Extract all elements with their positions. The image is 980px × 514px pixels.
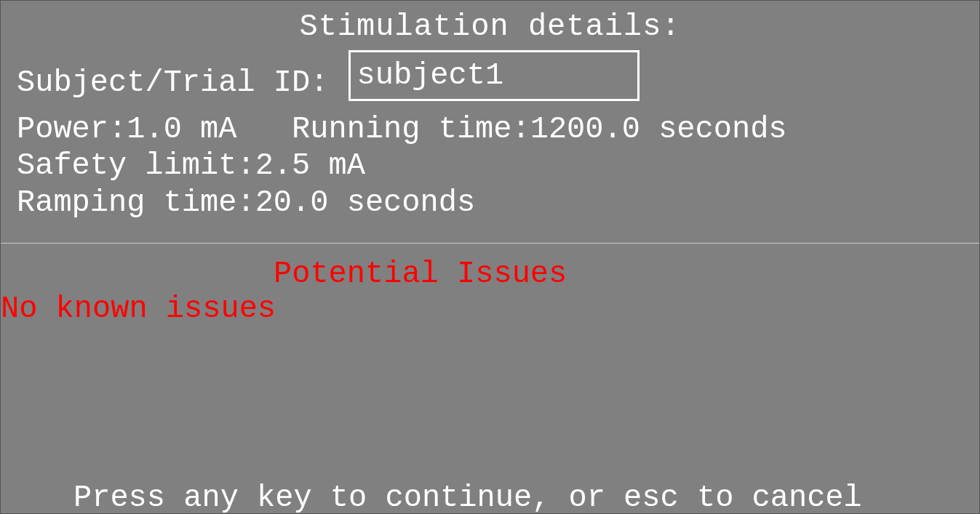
- issues-section: Potential Issues No known issues: [1, 257, 979, 327]
- page-title: Stimulation details:: [1, 1, 979, 52]
- issues-header: Potential Issues: [1, 257, 979, 292]
- safety-limit-line: Safety limit:2.5 mA: [17, 148, 979, 184]
- continue-prompt: Press any key to continue, or esc to can…: [1, 483, 979, 513]
- subject-id-row: Subject/Trial ID:: [17, 57, 979, 108]
- power-running-line: Power:1.0 mA Running time:1200.0 seconds: [17, 111, 979, 148]
- ramping-time-line: Ramping time:20.0 seconds: [17, 185, 979, 221]
- subject-id-input[interactable]: [348, 50, 640, 101]
- details-section: Subject/Trial ID: Power:1.0 mA Running t…: [1, 57, 979, 221]
- stimulation-details-panel: Stimulation details: Subject/Trial ID: P…: [1, 1, 979, 513]
- issues-body: No known issues: [1, 292, 979, 326]
- section-divider: [1, 243, 979, 244]
- subject-id-label: Subject/Trial ID:: [17, 65, 328, 101]
